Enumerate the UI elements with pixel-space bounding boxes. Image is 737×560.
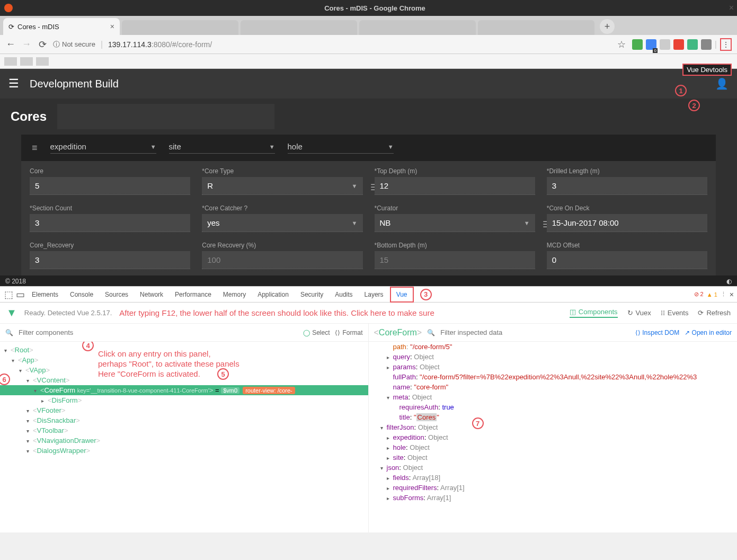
filter-expedition[interactable]: expedition▼ <box>50 142 156 154</box>
dt-tab-network[interactable]: Network <box>135 288 168 301</box>
filter-bar: ≡ expedition▼ site▼ hole▼ <box>21 135 716 161</box>
devtools-inspect-icon[interactable]: ⬚ <box>3 289 14 300</box>
component-tree-panel: 🔍 ◯ Select ⟨⟩ Format 4 Click on any entr… <box>0 324 369 532</box>
vue-nav-vuex[interactable]: ↻ Vuex <box>627 308 651 318</box>
ext-translate-icon[interactable]: 0 <box>646 39 656 50</box>
inspect-body[interactable]: path: "/core-form/5" ▸query: Object ▸par… <box>369 342 738 532</box>
dt-tab-audits[interactable]: Audits <box>330 288 358 301</box>
window-titlebar: Cores - mDIS - Google Chrome <box>0 0 737 16</box>
forward-button: → <box>21 39 32 50</box>
browser-tabbar: ⟳ Cores - mDIS × × + <box>0 16 737 35</box>
tree-node-vcontent[interactable]: ▾<VContent> <box>0 375 368 385</box>
field-mcd-offset[interactable]: MCD Offset 0 <box>547 242 707 269</box>
url-field[interactable]: 139.17.114.3:8080/#/core-form/ <box>108 40 611 49</box>
dt-tab-application[interactable]: Application <box>252 288 294 301</box>
tree-node-vnavigationdrawer[interactable]: ▾<VNavigationDrawer> <box>0 435 368 446</box>
back-button[interactable]: ← <box>5 39 16 50</box>
search-icon: 🔍 <box>5 329 13 336</box>
dt-tab-memory[interactable]: Memory <box>218 288 251 301</box>
vue-nav-refresh[interactable]: ⟳ Refresh <box>698 308 731 318</box>
search-icon: 🔍 <box>427 329 435 336</box>
component-tree[interactable]: 4 Click on any entry on this panel, perh… <box>0 342 368 532</box>
field-top-depth[interactable]: *Top Depth (m) 12 <box>375 167 535 195</box>
field-drilled-length[interactable]: *Drilled Length (m) 3 <box>547 167 707 195</box>
vue-nav-components[interactable]: ◫ Components <box>570 308 618 318</box>
security-badge[interactable]: ⓘ Not secure <box>53 40 95 49</box>
tree-node-disform[interactable]: ▸<DisForm> <box>0 395 368 405</box>
field-section-count[interactable]: *Section Count 3 <box>30 205 190 232</box>
dt-tab-performance[interactable]: Performance <box>170 288 217 301</box>
field-core-recovery-pct: Core Recovery (%) 100 <box>202 242 362 269</box>
browser-tab-inactive[interactable] <box>359 20 476 35</box>
ext-icon[interactable] <box>673 39 684 50</box>
inspect-dom-link[interactable]: ⟨⟩ Inspect DOM <box>635 329 679 336</box>
tree-node-dialogswrapper[interactable]: ▾<DialogsWrapper> <box>0 446 368 456</box>
filter-site[interactable]: site▼ <box>169 142 275 154</box>
hamburger-icon[interactable]: ☰ <box>8 77 19 91</box>
filter-components-input[interactable] <box>19 328 298 336</box>
dt-tab-sources[interactable]: Sources <box>100 288 134 301</box>
format-tool[interactable]: ⟨⟩ Format <box>335 329 362 336</box>
inspect-title: <CoreForm> <box>374 328 422 337</box>
ext-icon[interactable] <box>660 39 670 50</box>
dt-tab-layers[interactable]: Layers <box>359 288 389 301</box>
tree-node-dissnackbar[interactable]: ▾<DisSnackbar> <box>0 415 368 425</box>
reload-button[interactable]: ⟳ <box>37 39 48 50</box>
bookmark-star-icon[interactable]: ☆ <box>616 39 627 50</box>
user-profile-icon[interactable]: 👤 <box>715 77 729 90</box>
extension-icons: 0 | ⋮ <box>632 38 732 51</box>
browser-tab-inactive[interactable] <box>122 20 238 35</box>
dt-tab-console[interactable]: Console <box>65 288 99 301</box>
tree-node-vapp[interactable]: ▾<VApp> <box>0 365 368 375</box>
error-count: ⊘ 2 <box>694 291 704 298</box>
contrast-toggle-icon[interactable]: ◐ <box>726 278 732 285</box>
bookmark-item[interactable] <box>20 57 33 66</box>
tab-close-icon[interactable]: × <box>110 22 114 31</box>
chrome-menu-button[interactable]: ⋮ <box>720 38 732 51</box>
vue-devtools-tooltip: Vue Devtools <box>682 64 732 76</box>
ext-evernote-icon[interactable] <box>632 39 643 50</box>
open-editor-link[interactable]: ↗ Open in editor <box>685 329 732 336</box>
warning-count: ▲ 1 <box>707 291 717 298</box>
instruction-annotation: After typing F12, the lower half of the … <box>119 308 562 317</box>
dt-tab-security[interactable]: Security <box>295 288 328 301</box>
search-slot[interactable] <box>57 104 274 129</box>
devtools-more-icon[interactable]: ⋮ <box>721 291 726 298</box>
browser-tab-active[interactable]: ⟳ Cores - mDIS × <box>3 18 120 35</box>
annotation-3: 3 <box>420 289 432 300</box>
bookmarks-bar <box>0 54 737 69</box>
ext-icon[interactable] <box>701 39 712 50</box>
bookmark-item[interactable] <box>4 57 17 66</box>
browser-tab-inactive[interactable]: × <box>478 20 594 35</box>
filter-inspected-input[interactable] <box>440 328 630 336</box>
tree-node-vtoolbar[interactable]: ▾<VToolbar> <box>0 425 368 435</box>
select-tool[interactable]: ◯ Select <box>303 329 330 336</box>
dt-tab-vue[interactable]: Vue <box>390 287 414 303</box>
field-core-type[interactable]: *Core Type R▼ ☰ <box>202 167 362 195</box>
filter-icon: ≡ <box>32 143 38 154</box>
vue-nav-events[interactable]: ⁞⁞ Events <box>661 308 689 318</box>
browser-tab-inactive[interactable] <box>241 20 357 35</box>
devtools-device-icon[interactable]: ▭ <box>15 289 25 300</box>
field-core-on-deck[interactable]: *Core On Deck 15-Jun-2017 08:00 <box>547 205 707 232</box>
window-close-button[interactable] <box>4 4 13 12</box>
new-tab-button[interactable]: + <box>600 19 615 34</box>
field-core-catcher[interactable]: *Core Catcher ? yes▼ <box>202 205 362 232</box>
field-curator[interactable]: *Curator NB▼ ☰ <box>375 205 535 232</box>
tree-node-coreform[interactable]: ▾<CoreForm key='__transition-8-vue-compo… <box>0 385 368 395</box>
vue-logo-icon: ▼ <box>6 307 17 319</box>
filter-hole[interactable]: hole▼ <box>288 142 394 154</box>
field-core[interactable]: Core 5 <box>30 167 190 195</box>
field-core-recovery[interactable]: Core_Recovery 3 <box>30 242 190 269</box>
inspect-panel: <CoreForm> 🔍 ⟨⟩ Inspect DOM ↗ Open in ed… <box>369 324 738 532</box>
form-grid: Core 5 *Core Type R▼ ☰ *Top Depth (m) 12… <box>21 161 716 275</box>
tree-node-root[interactable]: ▾<Root> <box>0 345 368 355</box>
tab-title: Cores - mDIS <box>17 23 59 31</box>
bookmark-item[interactable] <box>36 57 49 66</box>
tree-node-vfooter[interactable]: ▾<VFooter> <box>0 405 368 415</box>
tree-node-app[interactable]: ▾<App> <box>0 355 368 365</box>
ext-vue-icon[interactable] <box>687 39 698 50</box>
dt-tab-elements[interactable]: Elements <box>26 288 64 301</box>
devtools-close-icon[interactable]: × <box>730 290 734 299</box>
window-title: Cores - mDIS - Google Chrome <box>17 4 733 12</box>
